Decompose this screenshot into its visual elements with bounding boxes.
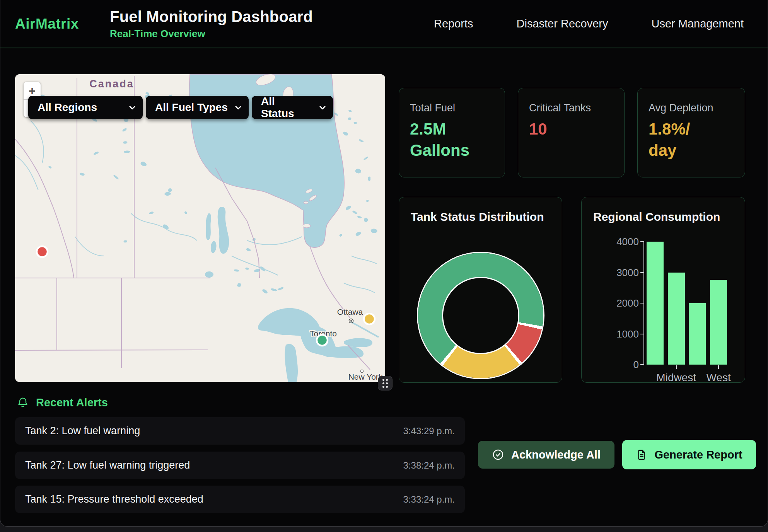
acknowledge-all-button[interactable]: Acknowledge All: [478, 441, 614, 469]
alert-time: 3:43:29 p.m.: [403, 426, 455, 437]
stat-value: 1.8%/day: [649, 119, 734, 161]
dashboard: AirMatrix Fuel Monitoring Dashboard Real…: [0, 0, 768, 527]
filter-status-dropdown[interactable]: All Status: [252, 96, 333, 119]
bar: [647, 242, 664, 365]
ottawa-city-dot-center: [350, 320, 352, 322]
tank-marker-normal[interactable]: [317, 335, 328, 346]
nav-reports[interactable]: Reports: [434, 17, 473, 30]
map-resize-handle[interactable]: [378, 376, 393, 390]
acknowledge-all-label: Acknowledge All: [511, 448, 601, 461]
x-tick-mark: [676, 365, 677, 369]
stat-value: 10: [529, 119, 613, 140]
page-subtitle: Real-Time Overview: [110, 28, 313, 40]
y-tick-mark: [640, 303, 643, 304]
x-tick-label: West: [706, 372, 730, 383]
alert-time: 3:33:24 p.m.: [403, 494, 455, 505]
generate-report-button[interactable]: Generate Report: [622, 440, 756, 469]
bar: [668, 273, 685, 365]
x-tick-mark: [718, 365, 719, 369]
nav-disaster-recovery[interactable]: Disaster Recovery: [517, 17, 608, 30]
stat-label: Critical Tanks: [529, 102, 613, 114]
y-tick-label: 4000: [592, 236, 639, 248]
y-tick-label: 2000: [592, 297, 639, 309]
stat-card-total-fuel: Total Fuel 2.5MGallons: [399, 88, 505, 177]
y-tick-mark: [640, 364, 643, 365]
header: AirMatrix Fuel Monitoring Dashboard Real…: [0, 0, 768, 48]
main-nav: Reports Disaster Recovery User Managemen…: [434, 17, 744, 30]
alert-message: Tank 15: Pressure threshold exceeded: [25, 493, 203, 505]
filter-regions-label: All Regions: [38, 101, 97, 114]
donut-hole: [442, 277, 519, 354]
stat-label: Avg Depletion: [649, 102, 734, 114]
map-filters: All Regions All Fuel Types All Status: [28, 96, 333, 119]
filter-fuel-types-dropdown[interactable]: All Fuel Types: [146, 96, 249, 119]
x-tick-label: Midwest: [656, 372, 696, 383]
generate-report-label: Generate Report: [654, 448, 742, 461]
bar-chart: 01000200030004000MidwestWest: [582, 197, 745, 383]
bar: [689, 303, 706, 365]
stat-card-avg-depletion: Avg Depletion 1.8%/day: [637, 88, 745, 177]
stat-card-critical-tanks: Critical Tanks 10: [518, 88, 625, 177]
y-tick-mark: [640, 334, 643, 334]
y-axis-line: [643, 241, 644, 365]
filter-fuel-types-label: All Fuel Types: [155, 101, 228, 114]
chevron-down-icon: [129, 106, 136, 110]
chevron-down-icon: [235, 106, 242, 110]
tank-status-distribution-card: Tank Status Distribution: [399, 197, 562, 383]
title-block: Fuel Monitoring Dashboard Real-Time Over…: [110, 8, 313, 40]
filter-regions-dropdown[interactable]: All Regions: [28, 96, 143, 119]
y-tick-mark: [640, 241, 643, 242]
bell-icon: [17, 396, 29, 409]
page-title: Fuel Monitoring Dashboard: [110, 8, 313, 26]
alerts-title: Recent Alerts: [36, 396, 108, 409]
alert-row[interactable]: Tank 2: Low fuel warning 3:43:29 p.m.: [15, 417, 465, 445]
alert-message: Tank 2: Low fuel warning: [25, 425, 140, 437]
map-label-ottawa: Ottawa: [337, 307, 363, 316]
alert-row[interactable]: Tank 27: Low fuel warning triggered 3:38…: [15, 452, 465, 479]
stat-value: 2.5MGallons: [410, 119, 494, 161]
alert-row[interactable]: Tank 15: Pressure threshold exceeded 3:3…: [15, 486, 465, 513]
y-tick-label: 3000: [592, 266, 639, 278]
regional-consumption-card: Regional Consumption 01000200030004000Mi…: [581, 197, 745, 383]
y-tick-mark: [640, 272, 643, 273]
filter-status-label: All Status: [261, 95, 309, 120]
tank-marker-critical[interactable]: [37, 246, 48, 257]
donut-chart: [418, 253, 543, 378]
chart-title: Tank Status Distribution: [411, 210, 544, 223]
map[interactable]: Canada Ottawa Toronto New York + − All R…: [15, 74, 385, 382]
stat-label: Total Fuel: [410, 102, 494, 114]
bar: [710, 280, 727, 365]
alert-message: Tank 27: Low fuel warning triggered: [25, 459, 190, 471]
alert-time: 3:38:24 p.m.: [403, 460, 455, 471]
recent-alerts-header: Recent Alerts: [17, 396, 108, 409]
chevron-down-icon: [319, 106, 326, 110]
check-circle-icon: [492, 448, 504, 461]
nav-user-management[interactable]: User Management: [651, 17, 744, 30]
map-canvas[interactable]: Canada Ottawa Toronto New York: [15, 74, 385, 382]
tank-marker-warning[interactable]: [364, 314, 375, 324]
map-label-canada: Canada: [89, 78, 134, 90]
y-tick-label: 1000: [592, 328, 639, 340]
y-tick-label: 0: [592, 359, 639, 371]
brand-logo: AirMatrix: [15, 16, 110, 32]
report-document-icon: [636, 448, 647, 461]
